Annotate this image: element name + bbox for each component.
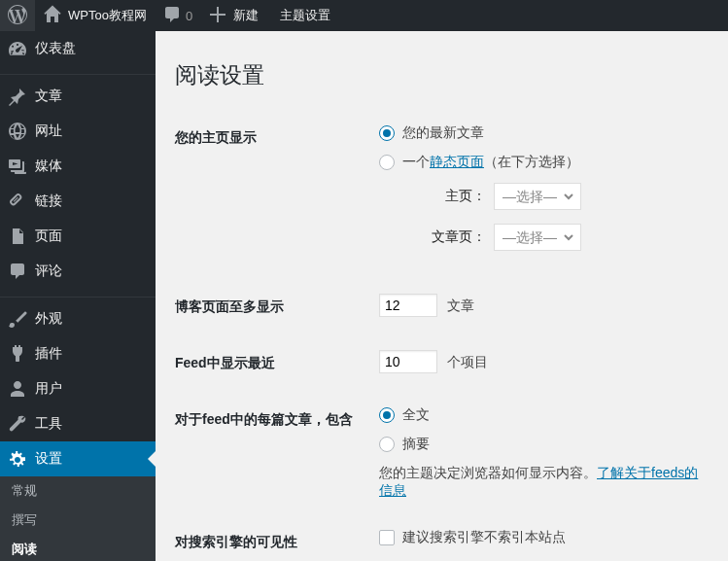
comments-button[interactable]: 0: [155, 0, 200, 31]
sidebar-item-dashboard[interactable]: 仪表盘: [0, 31, 156, 66]
sidebar-label: 评论: [35, 263, 62, 280]
wrench-icon: [8, 414, 27, 434]
new-label: 新建: [233, 7, 259, 24]
sidebar-label: 工具: [35, 415, 62, 433]
plugin-icon: [8, 344, 27, 364]
sidebar-item-media[interactable]: 媒体: [0, 149, 156, 184]
search-visibility-label: 对搜索引擎的可见性: [175, 514, 369, 561]
sidebar-label: 链接: [35, 193, 62, 210]
posts-page-select-label: 文章页：: [418, 228, 486, 246]
radio-summary[interactable]: [379, 437, 395, 452]
front-page-select-label: 主页：: [418, 188, 486, 205]
sidebar-label: 仪表盘: [35, 40, 76, 57]
comments-count: 0: [186, 9, 192, 23]
link-icon: [8, 192, 27, 211]
settings-icon: [8, 449, 27, 469]
pin-icon: [8, 87, 27, 106]
sidebar-item-links[interactable]: 链接: [0, 184, 156, 219]
feed-items-input[interactable]: [379, 350, 437, 373]
posts-page-select[interactable]: —选择—: [494, 224, 581, 251]
posts-per-page-suffix: 文章: [447, 298, 474, 313]
user-icon: [8, 379, 27, 399]
sidebar-label: 用户: [35, 380, 62, 398]
new-content-button[interactable]: 新建: [200, 0, 266, 31]
sidebar-label: 设置: [35, 450, 62, 468]
submenu-reading[interactable]: 阅读: [0, 535, 156, 561]
radio-static-page[interactable]: [379, 155, 395, 170]
wordpress-icon: [8, 5, 27, 27]
sidebar-item-settings[interactable]: 设置: [0, 441, 156, 476]
posts-per-page-input[interactable]: [379, 294, 437, 317]
page-icon: [8, 227, 27, 246]
admin-sidebar: 仪表盘 文章 网址 媒体 链接 页面 评论 外观 插件 用户 工具 设置 常规 …: [0, 31, 156, 561]
sidebar-item-posts[interactable]: 文章: [0, 79, 156, 114]
sidebar-item-url[interactable]: 网址: [0, 114, 156, 149]
theme-settings-button[interactable]: 主题设置: [266, 0, 338, 31]
site-home-button[interactable]: WPToo教程网: [35, 0, 155, 31]
wp-logo-button[interactable]: [0, 0, 35, 31]
comment-icon: [8, 262, 27, 281]
radio-static-page-label: 一个静态页面（在下方选择）: [402, 154, 579, 171]
theme-settings-label: 主题设置: [280, 7, 330, 24]
admin-toolbar: WPToo教程网 0 新建 主题设置: [0, 0, 728, 31]
sidebar-label: 外观: [35, 310, 62, 328]
brush-icon: [8, 309, 27, 329]
menu-separator: [0, 70, 156, 75]
radio-latest-posts-label: 您的最新文章: [402, 124, 484, 142]
sidebar-item-pages[interactable]: 页面: [0, 219, 156, 254]
sidebar-label: 媒体: [35, 158, 62, 175]
feed-content-label: 对于feed中的每篇文章，包含: [175, 392, 369, 514]
search-visibility-checkbox-label: 建议搜索引擎不索引本站点: [402, 529, 566, 546]
sidebar-item-plugins[interactable]: 插件: [0, 336, 156, 371]
feed-items-suffix: 个项目: [447, 354, 488, 369]
sidebar-item-users[interactable]: 用户: [0, 371, 156, 406]
feed-content-description: 您的主题决定浏览器如何显示内容。了解关于feeds的信息: [379, 465, 699, 500]
radio-latest-posts[interactable]: [379, 125, 395, 141]
submenu-general[interactable]: 常规: [0, 476, 156, 506]
radio-summary-label: 摘要: [402, 436, 430, 453]
comment-icon: [162, 5, 182, 27]
sidebar-label: 插件: [35, 345, 62, 363]
search-visibility-checkbox[interactable]: [379, 530, 395, 545]
site-title-text: WPToo教程网: [68, 7, 147, 24]
static-page-link[interactable]: 静态页面: [430, 154, 484, 169]
feed-items-label: Feed中显示最近: [175, 335, 369, 392]
front-page-select[interactable]: —选择—: [494, 183, 581, 210]
sidebar-item-tools[interactable]: 工具: [0, 406, 156, 441]
settings-submenu: 常规 撰写 阅读: [0, 476, 156, 561]
posts-per-page-label: 博客页面至多显示: [175, 279, 369, 335]
submenu-writing[interactable]: 撰写: [0, 506, 156, 535]
menu-separator: [0, 293, 156, 298]
globe-icon: [8, 122, 27, 141]
plus-icon: [208, 5, 227, 27]
content-area: 阅读设置 您的主页显示 您的最新文章 一个静态页面（在下方选择） 主页： —选择…: [156, 31, 728, 561]
radio-full-text[interactable]: [379, 407, 395, 423]
sidebar-label: 页面: [35, 228, 62, 245]
front-page-row-label: 您的主页显示: [175, 110, 369, 279]
sidebar-label: 文章: [35, 88, 62, 105]
dashboard-icon: [8, 39, 27, 58]
sidebar-item-appearance[interactable]: 外观: [0, 301, 156, 336]
radio-full-text-label: 全文: [402, 406, 430, 424]
sidebar-label: 网址: [35, 123, 62, 140]
media-icon: [8, 157, 27, 176]
home-icon: [43, 5, 62, 27]
sidebar-item-comments[interactable]: 评论: [0, 254, 156, 289]
page-title: 阅读设置: [175, 60, 709, 90]
